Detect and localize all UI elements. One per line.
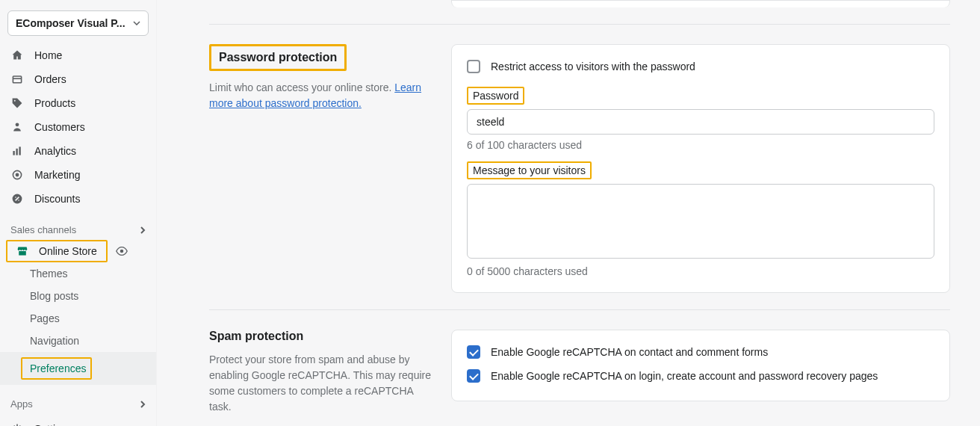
nav-orders-label: Orders xyxy=(34,73,66,85)
svg-point-12 xyxy=(120,250,124,253)
svg-rect-4 xyxy=(16,149,17,155)
password-hint: 6 of 100 characters used xyxy=(467,139,934,151)
password-desc: Limit who can access your online store. xyxy=(209,81,394,93)
recaptcha-login-checkbox[interactable] xyxy=(467,369,480,383)
spam-card: Enable Google reCAPTCHA on contact and c… xyxy=(451,330,950,401)
apps-label: Apps xyxy=(10,398,33,410)
svg-rect-5 xyxy=(19,146,20,155)
password-field-label: Password xyxy=(467,87,524,105)
eye-icon[interactable] xyxy=(115,244,128,258)
nav-settings[interactable]: Settings xyxy=(0,417,156,426)
nav-online-store-label: Online Store xyxy=(39,245,97,257)
nav-blog-posts[interactable]: Blog posts xyxy=(0,285,156,307)
recaptcha-login-label: Enable Google reCAPTCHA on login, create… xyxy=(491,370,878,382)
nav-analytics-label: Analytics xyxy=(34,145,76,157)
tag-icon xyxy=(10,96,24,110)
spam-desc: Protect your store from spam and abuse b… xyxy=(209,352,433,415)
message-textarea[interactable] xyxy=(467,184,934,259)
primary-nav: Home Orders Products Customers Analytics… xyxy=(0,43,156,211)
nav-home[interactable]: Home xyxy=(0,43,156,67)
orders-icon xyxy=(10,72,24,86)
section-divider xyxy=(209,309,950,310)
nav-themes[interactable]: Themes xyxy=(0,262,156,285)
nav-home-label: Home xyxy=(34,49,62,61)
restrict-checkbox[interactable] xyxy=(467,60,480,73)
nav-customers[interactable]: Customers xyxy=(0,115,156,139)
app-picker-label: EComposer Visual P... xyxy=(16,17,125,29)
svg-rect-0 xyxy=(13,76,21,83)
nav-online-store[interactable]: Online Store xyxy=(6,240,108,262)
password-protection-section: Password protection Limit who can access… xyxy=(209,44,950,293)
apps-header[interactable]: Apps xyxy=(0,392,156,414)
app-picker[interactable]: EComposer Visual P... xyxy=(7,10,149,36)
analytics-icon xyxy=(10,144,24,158)
nav-discounts[interactable]: Discounts xyxy=(0,187,156,211)
recaptcha-contact-label: Enable Google reCAPTCHA on contact and c… xyxy=(491,346,768,358)
marketing-icon xyxy=(10,168,24,182)
sales-channels-label: Sales channels xyxy=(10,224,76,235)
svg-point-9 xyxy=(15,197,16,198)
svg-point-2 xyxy=(16,123,19,126)
nav-marketing[interactable]: Marketing xyxy=(0,163,156,187)
chevron-down-icon xyxy=(133,21,140,25)
svg-rect-3 xyxy=(13,151,14,155)
main-content: Password protection Limit who can access… xyxy=(157,0,980,426)
sidebar: EComposer Visual P... Home Orders Produc… xyxy=(0,0,157,426)
recaptcha-contact-checkbox[interactable] xyxy=(467,345,480,359)
password-card: Restrict access to visitors with the pas… xyxy=(451,44,950,293)
svg-rect-11 xyxy=(19,251,26,256)
store-icon xyxy=(16,245,28,257)
svg-point-1 xyxy=(14,100,16,102)
sales-channels-header[interactable]: Sales channels xyxy=(0,218,156,240)
password-input[interactable] xyxy=(467,109,934,135)
message-field-label: Message to your visitors xyxy=(467,161,592,179)
svg-point-7 xyxy=(16,173,19,177)
spam-title: Spam protection xyxy=(209,330,433,343)
nav-products[interactable]: Products xyxy=(0,91,156,115)
nav-discounts-label: Discounts xyxy=(34,193,80,205)
password-title: Password protection xyxy=(209,44,433,71)
message-hint: 0 of 5000 characters used xyxy=(467,265,934,277)
chevron-right-icon xyxy=(140,400,146,409)
nav-preferences[interactable]: Preferences xyxy=(0,352,156,385)
home-icon xyxy=(10,49,24,62)
nav-pages[interactable]: Pages xyxy=(0,307,156,330)
gear-icon xyxy=(10,422,24,426)
restrict-label: Restrict access to visitors with the pas… xyxy=(491,61,695,72)
nav-orders[interactable]: Orders xyxy=(0,67,156,91)
nav-customers-label: Customers xyxy=(34,121,85,133)
nav-settings-label: Settings xyxy=(34,423,72,426)
nav-marketing-label: Marketing xyxy=(34,169,80,181)
section-divider xyxy=(209,24,950,25)
person-icon xyxy=(10,120,24,134)
chevron-right-icon xyxy=(140,226,146,235)
nav-navigation[interactable]: Navigation xyxy=(0,330,156,352)
spam-protection-section: Spam protection Protect your store from … xyxy=(209,330,950,415)
svg-point-10 xyxy=(18,200,19,201)
nav-products-label: Products xyxy=(34,97,75,109)
nav-analytics[interactable]: Analytics xyxy=(0,139,156,163)
discounts-icon xyxy=(10,192,24,206)
